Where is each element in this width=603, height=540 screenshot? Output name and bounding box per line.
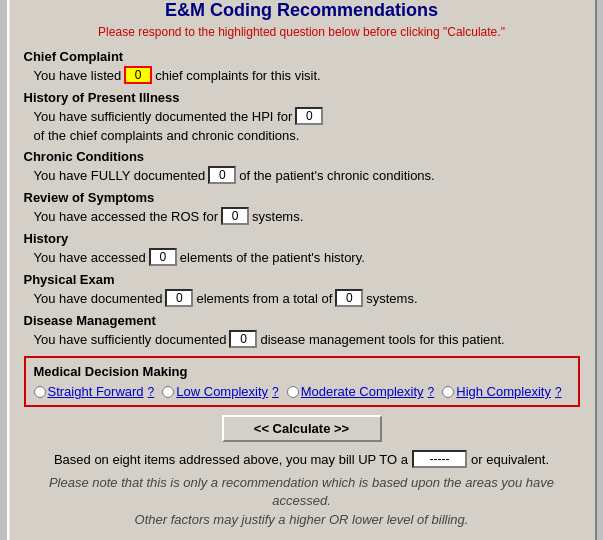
- section-row-hpi: You have sufficiently documented the HPI…: [34, 107, 580, 143]
- pe-input1[interactable]: [165, 289, 193, 307]
- chronic-text-after: of the patient's chronic conditions.: [239, 168, 434, 183]
- q-link-high-complexity[interactable]: ?: [555, 385, 562, 399]
- section-label-chronic: Chronic Conditions: [24, 149, 580, 164]
- cc-input[interactable]: [124, 66, 152, 84]
- ros-text-after: systems.: [252, 209, 303, 224]
- chronic-input[interactable]: [208, 166, 236, 184]
- mdm-radio-row: Straight Forward ? Low Complexity ? Mode…: [34, 384, 570, 399]
- section-label-hpi: History of Present Illness: [24, 90, 580, 105]
- hpi-input[interactable]: [295, 107, 323, 125]
- result-text-after: or equivalent.: [471, 452, 549, 467]
- section-label-history: History: [24, 231, 580, 246]
- radio-low-complexity[interactable]: [162, 386, 174, 398]
- section-label-physical-exam: Physical Exam: [24, 272, 580, 287]
- main-window: Em Cpt Rec X E&M Coding Recommendations …: [7, 0, 597, 540]
- chronic-text-before: You have FULLY documented: [34, 168, 206, 183]
- q-link-moderate-complexity[interactable]: ?: [428, 385, 435, 399]
- radio-label-low-complexity[interactable]: Low Complexity: [176, 384, 268, 399]
- radio-moderate-complexity[interactable]: [287, 386, 299, 398]
- result-text-before: Based on eight items addressed above, yo…: [54, 452, 408, 467]
- pe-text-middle: elements from a total of: [196, 291, 332, 306]
- pe-text-after: systems.: [366, 291, 417, 306]
- section-label-chief-complaint: Chief Complaint: [24, 49, 580, 64]
- result-section: Based on eight items addressed above, yo…: [24, 450, 580, 529]
- section-row-disease-mgmt: You have sufficiently documented disease…: [34, 330, 580, 348]
- calculate-button[interactable]: << Calculate >>: [222, 415, 382, 442]
- calculate-btn-container: << Calculate >>: [24, 415, 580, 442]
- result-note: Please note that this is only a recommen…: [34, 474, 570, 529]
- dm-text-before: You have sufficiently documented: [34, 332, 227, 347]
- result-note-line1: Please note that this is only a recommen…: [49, 475, 554, 508]
- ros-text-before: You have accessed the ROS for: [34, 209, 219, 224]
- dm-input[interactable]: [229, 330, 257, 348]
- cc-text-before: You have listed: [34, 68, 122, 83]
- result-input[interactable]: [412, 450, 467, 468]
- content-area: E&M Coding Recommendations Please respon…: [9, 0, 595, 539]
- cc-text-after: chief complaints for this visit.: [155, 68, 320, 83]
- result-row: Based on eight items addressed above, yo…: [34, 450, 570, 468]
- radio-option-low-complexity: Low Complexity ?: [162, 384, 278, 399]
- radio-option-high-complexity: High Complexity ?: [442, 384, 561, 399]
- q-link-low-complexity[interactable]: ?: [272, 385, 279, 399]
- result-note-line2: Other factors may justify a higher OR lo…: [135, 512, 469, 527]
- hpi-text-before: You have sufficiently documented the HPI…: [34, 109, 293, 124]
- mdm-label: Medical Decision Making: [34, 364, 570, 379]
- ros-input[interactable]: [221, 207, 249, 225]
- radio-label-high-complexity[interactable]: High Complexity: [456, 384, 551, 399]
- radio-high-complexity[interactable]: [442, 386, 454, 398]
- radio-label-straight-forward[interactable]: Straight Forward: [48, 384, 144, 399]
- radio-straight-forward[interactable]: [34, 386, 46, 398]
- radio-option-straight-forward: Straight Forward ?: [34, 384, 155, 399]
- history-text-after: elements of the patient's history.: [180, 250, 365, 265]
- q-link-straight-forward[interactable]: ?: [148, 385, 155, 399]
- pe-text-before: You have documented: [34, 291, 163, 306]
- mdm-section: Medical Decision Making Straight Forward…: [24, 356, 580, 407]
- section-label-ros: Review of Symptoms: [24, 190, 580, 205]
- subtitle: Please respond to the highlighted questi…: [24, 25, 580, 39]
- section-row-chief-complaint: You have listed chief complaints for thi…: [34, 66, 580, 84]
- dm-text-after: disease management tools for this patien…: [260, 332, 504, 347]
- section-row-chronic: You have FULLY documented of the patient…: [34, 166, 580, 184]
- section-row-ros: You have accessed the ROS for systems.: [34, 207, 580, 225]
- section-row-history: You have accessed elements of the patien…: [34, 248, 580, 266]
- radio-label-moderate-complexity[interactable]: Moderate Complexity: [301, 384, 424, 399]
- hpi-text-after: of the chief complaints and chronic cond…: [34, 128, 300, 143]
- radio-option-moderate-complexity: Moderate Complexity ?: [287, 384, 435, 399]
- main-title: E&M Coding Recommendations: [24, 0, 580, 21]
- section-row-physical-exam: You have documented elements from a tota…: [34, 289, 580, 307]
- pe-input2[interactable]: [335, 289, 363, 307]
- section-label-disease-mgmt: Disease Management: [24, 313, 580, 328]
- history-text-before: You have accessed: [34, 250, 146, 265]
- history-input[interactable]: [149, 248, 177, 266]
